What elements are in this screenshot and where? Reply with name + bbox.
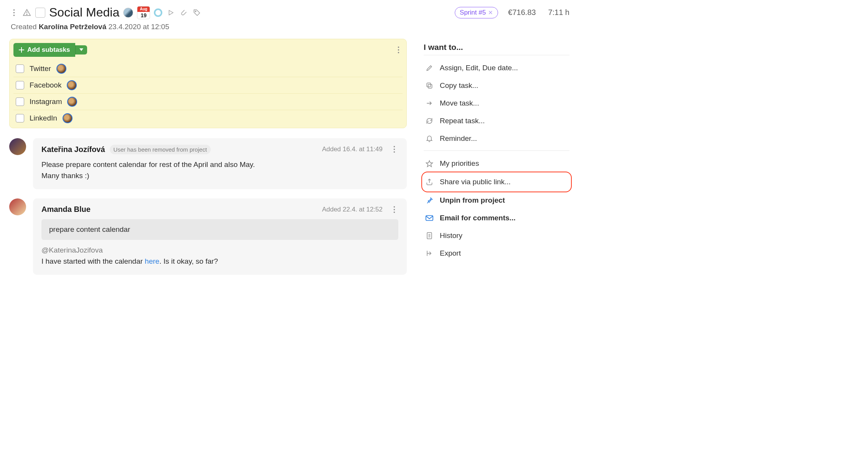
side-action-doc[interactable]: History	[424, 227, 569, 245]
side-action-share[interactable]: Share via public link...	[424, 173, 569, 191]
highlighted-action: Share via public link...	[421, 172, 572, 192]
side-panel-title: I want to...	[424, 43, 569, 52]
side-action-export[interactable]: Export	[424, 245, 569, 262]
svg-rect-20	[427, 83, 431, 87]
created-timestamp: 23.4.2020 at 12:05	[109, 23, 169, 31]
due-month: Aug	[137, 7, 150, 12]
comment-block: Kateřina Jozífová User has been removed …	[9, 138, 407, 189]
mail-icon	[425, 214, 434, 222]
add-subtasks-button[interactable]: Add subtasks	[13, 43, 75, 57]
refresh-icon	[425, 117, 434, 125]
side-action-label: Copy task...	[440, 81, 478, 90]
svg-point-2	[13, 15, 15, 16]
comment-timestamp: Added 16.4. at 11:49	[322, 145, 383, 153]
side-action-label: History	[440, 231, 462, 240]
warning-icon[interactable]	[22, 8, 31, 17]
export-icon	[425, 249, 434, 258]
subtask-checkbox[interactable]	[16, 97, 24, 106]
subtasks-more-icon[interactable]	[394, 45, 403, 55]
svg-rect-23	[426, 216, 433, 221]
user-removed-note: User has been removed from project	[110, 145, 211, 154]
subtask-checkbox[interactable]	[16, 114, 24, 122]
side-action-label: Unpin from project	[440, 196, 505, 205]
comment-avatar[interactable]	[9, 138, 26, 155]
svg-marker-5	[169, 10, 173, 15]
comment-text: Please prepare content calendar for rest…	[41, 159, 398, 182]
copy-icon	[425, 81, 434, 90]
side-action-mail[interactable]: Email for comments...	[424, 209, 569, 227]
comment-block: Amanda Blue Added 22.4. at 12:52 prepare…	[9, 198, 407, 275]
sprint-remove-icon[interactable]: ✕	[488, 9, 493, 16]
side-action-star[interactable]: My priorities	[424, 155, 569, 172]
pencil-icon	[425, 64, 434, 72]
subtask-row[interactable]: Twitter	[13, 61, 403, 77]
more-options-icon[interactable]	[9, 8, 18, 17]
comment-more-icon[interactable]	[390, 205, 398, 215]
svg-point-15	[394, 151, 395, 153]
progress-ring-icon[interactable]	[154, 8, 162, 17]
comment-timestamp: Added 22.4. at 12:52	[322, 206, 383, 213]
task-complete-checkbox[interactable]	[35, 8, 45, 18]
side-action-label: Move task...	[440, 99, 479, 107]
side-action-copy[interactable]: Copy task...	[424, 77, 569, 94]
star-icon	[425, 159, 434, 168]
svg-point-13	[394, 146, 395, 147]
due-date-badge[interactable]: Aug 19	[137, 6, 150, 19]
side-action-refresh[interactable]: Repeat task...	[424, 112, 569, 130]
side-action-label: Reminder...	[440, 134, 477, 143]
svg-point-18	[394, 211, 395, 213]
subtask-label: Facebook	[30, 81, 61, 89]
add-subtasks-dropdown[interactable]	[75, 45, 87, 55]
comment-avatar[interactable]	[9, 198, 26, 215]
subtask-row[interactable]: LinkedIn	[13, 110, 403, 126]
attachment-icon[interactable]	[179, 8, 188, 17]
task-price: €716.83	[508, 8, 536, 17]
subtask-label: Instagram	[30, 97, 62, 106]
subtask-checkbox[interactable]	[16, 81, 24, 89]
svg-rect-19	[428, 84, 432, 88]
comment-more-icon[interactable]	[390, 144, 398, 154]
mention[interactable]: @KaterinaJozifova	[41, 245, 398, 256]
sprint-badge[interactable]: Sprint #5 ✕	[455, 7, 498, 18]
side-action-bell[interactable]: Reminder...	[424, 130, 569, 147]
tag-icon[interactable]	[192, 8, 201, 17]
side-action-label: Export	[440, 249, 461, 258]
task-duration: 7:11 h	[548, 8, 569, 17]
subtask-assignee-avatar[interactable]	[63, 113, 73, 123]
add-subtasks-label: Add subtasks	[27, 46, 70, 54]
svg-marker-22	[426, 161, 433, 167]
side-action-label: Share via public link...	[440, 178, 511, 186]
svg-point-14	[394, 149, 395, 150]
assignee-avatar[interactable]	[123, 8, 133, 18]
subtask-label: Twitter	[30, 64, 51, 73]
side-action-label: My priorities	[440, 159, 479, 168]
side-action-label: Repeat task...	[440, 117, 485, 125]
subtask-assignee-avatar[interactable]	[67, 80, 77, 90]
svg-marker-9	[79, 48, 83, 51]
subtask-row[interactable]: Instagram	[13, 93, 403, 110]
subtask-row[interactable]: Facebook	[13, 77, 403, 93]
svg-point-16	[394, 206, 395, 208]
side-action-pin[interactable]: Unpin from project	[424, 192, 569, 209]
arrow-right-icon	[425, 99, 434, 107]
side-action-label: Assign, Edit, Due date...	[440, 64, 518, 72]
side-action-arrow-right[interactable]: Move task...	[424, 94, 569, 112]
subtask-assignee-avatar[interactable]	[67, 97, 77, 107]
play-icon[interactable]	[166, 8, 175, 17]
share-icon	[425, 178, 434, 186]
svg-point-10	[398, 46, 399, 48]
svg-point-11	[398, 49, 399, 51]
subtask-assignee-avatar[interactable]	[56, 64, 66, 74]
side-action-label: Email for comments...	[440, 214, 515, 222]
side-action-pencil[interactable]: Assign, Edit, Due date...	[424, 59, 569, 77]
created-meta: Created Karolína Petrželová 23.4.2020 at…	[11, 23, 569, 31]
subtask-checkbox[interactable]	[16, 64, 24, 73]
comment-author: Amanda Blue	[41, 205, 91, 214]
task-title: Social Media	[49, 5, 119, 20]
svg-point-4	[26, 14, 27, 14]
comment-text: @KaterinaJozifova I have started with th…	[41, 245, 398, 267]
inline-link[interactable]: here	[145, 257, 159, 265]
subtask-label: LinkedIn	[30, 114, 57, 122]
bell-icon	[425, 134, 434, 143]
due-day: 19	[140, 12, 147, 19]
